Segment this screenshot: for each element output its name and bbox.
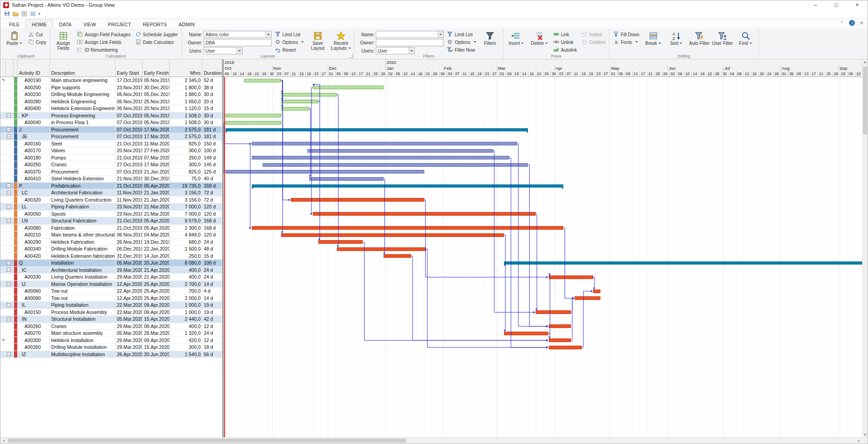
- outdent-button[interactable]: Outdent: [580, 39, 607, 46]
- tab-project[interactable]: PROJECT: [102, 20, 137, 29]
- autolink-button[interactable]: AAutolink: [552, 46, 579, 53]
- tab-reports[interactable]: REPORTS: [137, 20, 173, 29]
- sort-button[interactable]: AZSort: [666, 29, 687, 53]
- cut-button[interactable]: Cut: [27, 31, 48, 38]
- gantt-bar-A00210[interactable]: [281, 233, 504, 237]
- column-header-desc[interactable]: Description: [50, 59, 115, 77]
- tab-admin[interactable]: ADMIN: [173, 20, 200, 29]
- column-header-start[interactable]: Early Start: [115, 59, 143, 77]
- vertical-scrollbar[interactable]: ▲ ▼: [862, 59, 868, 437]
- save-icon[interactable]: [4, 11, 10, 17]
- qat-customize-icon[interactable]: ▾: [38, 12, 40, 16]
- insert-button[interactable]: Insert: [506, 29, 527, 53]
- tab-data[interactable]: DATA: [53, 20, 77, 29]
- activity-row-JE[interactable]: −JEProcurement07.Oct.201917.Mar.20202 57…: [0, 133, 222, 140]
- collapse-button[interactable]: −: [7, 135, 11, 139]
- gantt-bar-A00260[interactable]: [549, 324, 571, 328]
- gantt-bar-A00340[interactable]: [337, 247, 426, 251]
- activity-row-P[interactable]: −PPrefabrication21.Oct.201905.Apr.202019…: [0, 183, 222, 190]
- collapse-button[interactable]: −: [7, 317, 11, 321]
- menu-icon[interactable]: ≡: [860, 20, 863, 25]
- help-icon[interactable]: ?: [849, 20, 855, 26]
- collapse-button[interactable]: −: [7, 261, 11, 265]
- column-header-mhrs[interactable]: Mhrs: [170, 59, 202, 77]
- activity-row-IZ[interactable]: −IZMultidiscipline Installation26.Apr.20…: [0, 351, 222, 358]
- find-button[interactable]: Find: [735, 29, 756, 53]
- delete-button[interactable]: Delete: [529, 29, 550, 53]
- activity-row-A00410[interactable]: A00410Steel Helideck Extension21.Nov.201…: [0, 175, 222, 183]
- horizontal-scrollbar-thumb[interactable]: [8, 439, 406, 443]
- activity-row-A00340[interactable]: A00340Drilling Module Fabrication06.Dec.…: [0, 246, 222, 253]
- activity-row-IC[interactable]: −ICArchitectural Installation29.Mar.2020…: [0, 267, 222, 274]
- auto-filter-button[interactable]: Auto Filter: [689, 29, 710, 53]
- gantt-bar-A00270[interactable]: [504, 332, 548, 335]
- activity-row-A00080[interactable]: A00080Fabrication21.Oct.201905.Apr.20202…: [0, 225, 222, 232]
- vertical-scrollbar-thumb[interactable]: [863, 67, 867, 135]
- activity-row-A00230[interactable]: A00230Drilling Module Engineering06.Nov.…: [0, 91, 222, 98]
- fill-down-button[interactable]: Fill Down: [612, 31, 641, 38]
- activity-row-LL[interactable]: −LLPiping Fabrication23.Nov.201921.Mar.2…: [0, 203, 222, 211]
- options-button[interactable]: Options: [273, 39, 305, 46]
- layouts-name-select[interactable]: Atkins color: [204, 31, 272, 38]
- activity-row-A00350[interactable]: A00350Drilling Module Installation29.Mar…: [0, 344, 222, 351]
- gantt-bar-A00090[interactable]: [575, 296, 600, 300]
- activity-row-Q[interactable]: −QInstallation05.Mar.202020.Jun.20208 08…: [0, 260, 222, 267]
- maximize-button[interactable]: □: [826, 0, 847, 10]
- gantt-bar-A00400[interactable]: [281, 107, 309, 111]
- collapse-button[interactable]: −: [7, 127, 11, 131]
- user-filter-button[interactable]: User Filter: [712, 29, 733, 53]
- layouts-owner-input[interactable]: DBA: [204, 39, 272, 46]
- activity-row-IL[interactable]: −ILPiping Installation22.Mar.202009.Apr.…: [0, 302, 222, 309]
- activity-row-IN[interactable]: −INStructural Installation05.Mar.202015.…: [0, 316, 222, 323]
- collapse-ribbon-icon[interactable]: ⌃: [840, 20, 844, 25]
- activity-row-A00290[interactable]: A00290Helideck Fabrication26.Nov.201919.…: [0, 239, 222, 246]
- layouts-users-select[interactable]: User: [204, 47, 243, 54]
- dialog-launcher-icon[interactable]: [349, 54, 353, 58]
- gantt-bar-A00370[interactable]: [225, 170, 424, 174]
- activity-row-A00320[interactable]: A00320Living Quarters Construction11.Nov…: [0, 197, 222, 204]
- minimize-button[interactable]: –: [805, 0, 826, 10]
- gantt-bar-A00170[interactable]: [307, 149, 493, 153]
- collapse-button[interactable]: −: [7, 268, 11, 272]
- activity-row-J[interactable]: −JProcurement07.Oct.201917.Mar.20202 575…: [0, 126, 222, 134]
- activity-row-A00060[interactable]: A00060Tow out22.Apr.202025.Apr.2020700,0…: [0, 288, 222, 295]
- activity-row-KP[interactable]: −KPProcess Engineering07.Oct.201905.Nov.…: [0, 112, 222, 120]
- filters-owner-input[interactable]: [376, 39, 444, 46]
- close-button[interactable]: ×: [847, 0, 868, 10]
- activity-row-A00090[interactable]: A00090Tow out12.Apr.202025.Apr.20202 000…: [0, 295, 222, 302]
- gantt-bar-A00060[interactable]: [593, 290, 600, 293]
- limit-list-button[interactable]: Limit List: [273, 31, 305, 38]
- indent-button[interactable]: Indent: [580, 31, 607, 38]
- open-folder-icon[interactable]: [13, 11, 19, 17]
- activity-row-LN[interactable]: −LNStructural Fabrication21.Oct.201905.A…: [0, 217, 222, 225]
- chevron-down-icon[interactable]: [437, 31, 443, 38]
- gantt-bar-A00300[interactable]: [549, 338, 571, 342]
- gantt-bar-A00320[interactable]: [291, 198, 424, 202]
- filters-name-select[interactable]: [376, 31, 444, 38]
- activity-row-A00300[interactable]: ✎A00300Helideck Installation29.Mar.20200…: [0, 337, 222, 344]
- activity-row-A00160[interactable]: A00160Steel21.Oct.201911.Mar.2020825,015…: [0, 140, 222, 148]
- options-button[interactable]: Options: [446, 39, 477, 46]
- activity-row-IJ[interactable]: −IJMarine Operation Installation12.Apr.2…: [0, 281, 222, 288]
- activity-row-A00280[interactable]: A00280Helideck Engineering06.Nov.201925.…: [0, 98, 222, 106]
- tab-view[interactable]: VIEW: [77, 20, 102, 29]
- gantt-bar-A00350[interactable]: [549, 346, 582, 349]
- recent-layouts-button[interactable]: Recent Layouts: [330, 29, 351, 53]
- gantt-bar-P[interactable]: [252, 184, 564, 188]
- gantt-bar-A00250[interactable]: [263, 163, 528, 167]
- id-renumbering-button[interactable]: 12ID Renumbering: [76, 46, 132, 53]
- collapse-button[interactable]: −: [7, 303, 11, 307]
- filters-button[interactable]: Filters: [480, 29, 501, 53]
- chevron-down-icon[interactable]: [408, 48, 414, 54]
- assign-fields-button[interactable]: Assign Fields: [53, 29, 74, 53]
- save-layout-button[interactable]: Save Layout: [307, 29, 328, 53]
- gantt-bar-A00230[interactable]: [281, 93, 337, 97]
- activity-row-A00050[interactable]: A00050Spools23.Nov.201921.Mar.20207 000,…: [0, 211, 222, 218]
- activity-row-A00180[interactable]: A00180Pumps21.Oct.201907.Mar.2020250,014…: [0, 154, 222, 162]
- gantt-bar-A00280[interactable]: [281, 100, 318, 103]
- column-header-id[interactable]: Activity ID: [18, 59, 50, 77]
- collapse-button[interactable]: −: [7, 282, 11, 286]
- activity-row-A00170[interactable]: A00170Valves20.Nov.201927.Feb.2020300,01…: [0, 147, 222, 154]
- horizontal-scrollbar[interactable]: ◂ ▸: [0, 437, 862, 444]
- filters-users-select[interactable]: User: [376, 47, 415, 54]
